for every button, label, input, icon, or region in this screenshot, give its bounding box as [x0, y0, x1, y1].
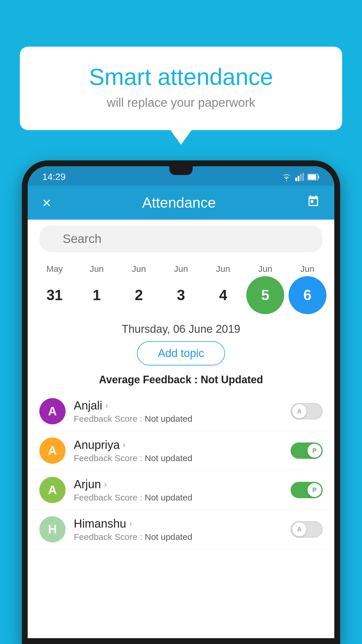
chevron-right-icon: › [105, 400, 108, 410]
student-name: Himanshu › [74, 517, 291, 530]
cal-month: Jun [78, 264, 116, 274]
date-display: Thursday, 06 June 2019 [28, 317, 334, 338]
status-time: 14:29 [42, 172, 66, 182]
cal-month: Jun [162, 264, 200, 274]
svg-rect-5 [318, 176, 319, 178]
attendance-toggle-wrapper: A [291, 521, 323, 538]
cal-day[interactable]: 31 [36, 276, 73, 314]
attendance-toggle[interactable]: A [291, 403, 323, 419]
toggle-knob: A [292, 404, 306, 418]
attendance-toggle-wrapper: P [291, 442, 323, 459]
student-avatar: H [39, 516, 66, 542]
cal-day[interactable]: 5 [246, 276, 284, 314]
student-item[interactable]: AArjun ›Feedback Score : Not updatedP [28, 470, 334, 510]
wifi-icon [281, 173, 292, 181]
svg-rect-1 [298, 176, 299, 181]
speech-bubble-wrapper: Smart attendance will replace your paper… [20, 47, 342, 130]
header-title: Attendance [142, 194, 216, 211]
attendance-toggle[interactable]: P [291, 482, 323, 498]
student-name: Arjun › [74, 478, 291, 491]
speech-bubble: Smart attendance will replace your paper… [20, 47, 342, 130]
add-topic-wrapper: Add topic [28, 338, 334, 371]
close-icon[interactable]: × [42, 194, 51, 211]
attendance-toggle[interactable]: A [291, 521, 323, 538]
student-info: Arjun ›Feedback Score : Not updated [74, 478, 291, 503]
bubble-title: Smart attendance [43, 64, 319, 90]
calendar-icon[interactable] [307, 195, 320, 211]
avg-feedback-value: Not Updated [201, 374, 263, 386]
students-list: AAnjali ›Feedback Score : Not updatedAAA… [28, 392, 334, 638]
calendar-days[interactable]: 31123456 [34, 276, 328, 314]
student-feedback: Feedback Score : Not updated [74, 493, 291, 503]
student-name: Anjali › [74, 399, 291, 412]
cal-month: Jun [246, 264, 284, 274]
toggle-knob: A [292, 522, 306, 536]
cal-day[interactable]: 1 [78, 276, 116, 314]
svg-rect-6 [308, 174, 316, 180]
student-avatar: A [39, 477, 66, 503]
avg-feedback-label: Average Feedback : [99, 374, 198, 386]
cal-day[interactable]: 2 [120, 276, 158, 314]
search-wrapper [39, 225, 323, 252]
svg-rect-3 [302, 173, 304, 181]
cal-month: Jun [120, 264, 158, 274]
student-item[interactable]: AAnjali ›Feedback Score : Not updatedA [28, 392, 334, 431]
signal-icon [295, 173, 304, 181]
chevron-right-icon: › [104, 479, 107, 489]
chevron-right-icon: › [129, 519, 132, 528]
student-name: Anupriya › [74, 438, 291, 452]
battery-icon [307, 174, 320, 180]
student-info: Anjali ›Feedback Score : Not updated [74, 399, 291, 424]
cal-day[interactable]: 6 [289, 276, 326, 314]
toggle-knob: P [307, 444, 321, 458]
app-header: × Attendance [28, 186, 334, 220]
bubble-subtitle: will replace your paperwork [43, 96, 319, 110]
svg-rect-2 [300, 174, 302, 181]
attendance-toggle[interactable]: P [291, 442, 323, 459]
attendance-toggle-wrapper: P [291, 482, 323, 498]
student-avatar: A [39, 398, 66, 424]
calendar-months: MayJunJunJunJunJunJun [34, 264, 328, 274]
student-feedback: Feedback Score : Not updated [74, 453, 291, 463]
cal-day[interactable]: 4 [204, 276, 242, 314]
cal-month: Jun [204, 264, 242, 274]
cal-day[interactable]: 3 [162, 276, 200, 314]
add-topic-button[interactable]: Add topic [137, 341, 225, 365]
calendar-section: MayJunJunJunJunJunJun 31123456 [28, 258, 334, 317]
avg-feedback: Average Feedback : Not Updated [28, 371, 334, 392]
attendance-toggle-wrapper: A [291, 403, 323, 419]
cal-month: Jun [289, 264, 326, 274]
phone-inner: 14:29 [28, 166, 334, 638]
student-item[interactable]: AAnupriya ›Feedback Score : Not updatedP [28, 431, 334, 470]
toggle-knob: P [307, 483, 321, 497]
phone-notch [169, 166, 193, 175]
phone-frame: 14:29 [22, 160, 340, 644]
status-icons [281, 173, 320, 181]
student-feedback: Feedback Score : Not updated [74, 414, 291, 424]
cal-month: May [36, 264, 73, 274]
chevron-right-icon: › [123, 440, 126, 450]
student-feedback: Feedback Score : Not updated [74, 532, 291, 542]
search-bar [28, 220, 334, 258]
student-avatar: A [39, 438, 66, 464]
student-info: Himanshu ›Feedback Score : Not updated [74, 517, 291, 542]
student-item[interactable]: HHimanshu ›Feedback Score : Not updatedA [28, 510, 334, 549]
search-input[interactable] [39, 225, 323, 252]
svg-rect-0 [295, 178, 297, 181]
student-info: Anupriya ›Feedback Score : Not updated [74, 438, 291, 463]
